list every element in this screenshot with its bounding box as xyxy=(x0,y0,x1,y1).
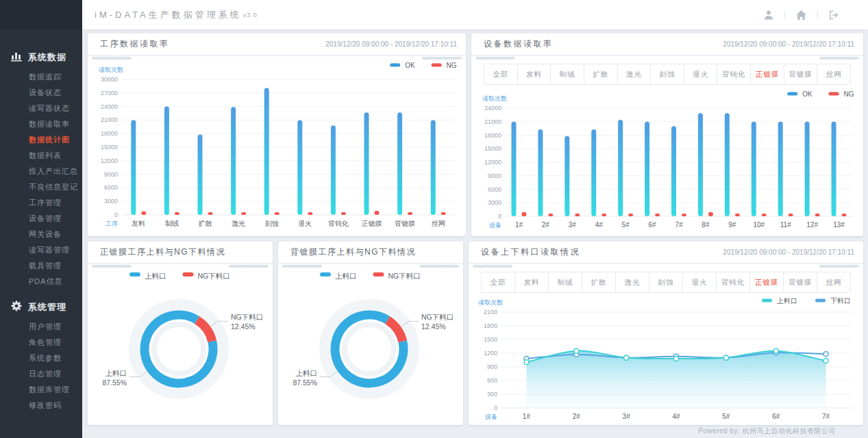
sidebar-item-角色管理[interactable]: 角色管理 xyxy=(0,335,82,350)
tab-背镀膜[interactable]: 背镀膜 xyxy=(784,64,818,84)
panel-body: 0300060009000120001500018000210002400027… xyxy=(88,56,466,236)
device-ports-line-chart: 03006009001200150018002100读取次数设备1#2#3#4#… xyxy=(469,293,863,424)
sidebar-item-载具管理[interactable]: 载具管理 xyxy=(0,258,82,274)
svg-text:12.45%: 12.45% xyxy=(421,322,446,331)
svg-text:3000: 3000 xyxy=(488,199,501,206)
svg-text:11#: 11# xyxy=(780,221,791,229)
svg-text:9000: 9000 xyxy=(488,172,501,179)
nav-section-header-system-data[interactable]: 系统数据 xyxy=(0,49,82,69)
nav-section-system-admin: 系统管理 用户管理角色管理系统参数日志管理数据库管理修改密码 xyxy=(0,298,82,413)
svg-text:1#: 1# xyxy=(515,221,523,229)
tab-背镀膜[interactable]: 背镀膜 xyxy=(784,272,817,292)
sidebar-item-读写器状态[interactable]: 读写器状态 xyxy=(0,101,82,116)
svg-text:0: 0 xyxy=(498,213,501,220)
tab-背钝化[interactable]: 背钝化 xyxy=(717,64,751,84)
svg-text:上料口: 上料口 xyxy=(145,272,166,280)
panel-period: 2019/12/20 09:00:00 - 2019/12/20 17:10:1… xyxy=(325,40,457,48)
nav-section-label: 系统管理 xyxy=(28,301,66,313)
svg-text:12000: 12000 xyxy=(484,159,501,166)
svg-text:丝网: 丝网 xyxy=(432,220,445,227)
svg-text:3#: 3# xyxy=(623,413,631,420)
tab-制绒[interactable]: 制绒 xyxy=(549,272,582,292)
sidebar-nav: 系统数据 数据追踪设备状态读写器状态数据读取率数据统计图数据列表投入产出汇总不良… xyxy=(0,29,82,416)
sidebar-item-读写器管理[interactable]: 读写器管理 xyxy=(0,242,82,258)
front-coat-donut-chart: 上料口NG下料口NG下料口12.45%上料口87.55% xyxy=(88,264,273,423)
sidebar-item-设备状态[interactable]: 设备状态 xyxy=(0,85,82,101)
tab-全部[interactable]: 全部 xyxy=(482,272,515,292)
tab-退火[interactable]: 退火 xyxy=(684,64,718,84)
tab-发料[interactable]: 发料 xyxy=(515,272,549,292)
dashboard-content: 工序数据读取率 2019/12/20 09:00:00 - 2019/12/20… xyxy=(82,29,868,438)
sidebar-item-修改密码[interactable]: 修改密码 xyxy=(0,398,82,413)
panel-back-coat-donut: 背镀膜工序上料与NG下料情况 上料口NG下料口NG下料口12.45%上料口87.… xyxy=(278,242,463,425)
back-coat-donut-chart: 上料口NG下料口NG下料口12.45%上料口87.55% xyxy=(278,264,463,423)
tab-退火[interactable]: 退火 xyxy=(683,272,717,292)
nav-items-system-admin: 用户管理角色管理系统参数日志管理数据库管理修改密码 xyxy=(0,319,82,413)
svg-text:900: 900 xyxy=(487,363,497,370)
home-icon[interactable] xyxy=(785,10,817,21)
sidebar-item-系统参数[interactable]: 系统参数 xyxy=(0,350,82,366)
svg-text:1#: 1# xyxy=(523,413,531,420)
svg-text:设备: 设备 xyxy=(489,222,501,229)
tab-正镀膜[interactable]: 正镀膜 xyxy=(750,272,784,292)
sidebar-item-日志管理[interactable]: 日志管理 xyxy=(0,366,82,382)
topbar: iM-DATA生产数据管理系统 v3.0 xyxy=(82,0,868,29)
sidebar-item-不良信息登记[interactable]: 不良信息登记 xyxy=(0,179,82,195)
tab-制绒[interactable]: 制绒 xyxy=(551,64,584,84)
sidebar-item-投入产出汇总[interactable]: 投入产出汇总 xyxy=(0,164,82,179)
svg-text:OK: OK xyxy=(802,90,813,98)
panel-process-read-rate: 工序数据读取率 2019/12/20 09:00:00 - 2019/12/20… xyxy=(88,34,466,236)
svg-text:上料口: 上料口 xyxy=(335,272,357,280)
svg-text:18000: 18000 xyxy=(484,132,501,139)
svg-text:扩散: 扩散 xyxy=(199,220,212,227)
tab-全部[interactable]: 全部 xyxy=(484,64,518,84)
panel-title: 背镀膜工序上料与NG下料情况 xyxy=(290,246,416,258)
main-area: iM-DATA生产数据管理系统 v3.0 xyxy=(82,0,868,438)
svg-text:NG下料口: NG下料口 xyxy=(421,313,454,321)
tab-扩散[interactable]: 扩散 xyxy=(584,64,618,84)
svg-text:2100: 2100 xyxy=(484,309,497,315)
user-icon[interactable] xyxy=(753,10,784,21)
svg-text:6#: 6# xyxy=(772,413,780,420)
tab-发料[interactable]: 发料 xyxy=(518,64,551,84)
sidebar-item-PDA信息[interactable]: PDA信息 xyxy=(0,274,82,289)
svg-text:87.55%: 87.55% xyxy=(102,378,127,387)
sidebar-item-设备管理[interactable]: 设备管理 xyxy=(0,211,82,227)
tab-丝网[interactable]: 丝网 xyxy=(817,272,850,292)
sidebar-item-工序管理[interactable]: 工序管理 xyxy=(0,195,82,211)
tab-丝网[interactable]: 丝网 xyxy=(817,64,850,84)
panel-header: 工序数据读取率 2019/12/20 09:00:00 - 2019/12/20… xyxy=(88,34,466,56)
tab-激光[interactable]: 激光 xyxy=(616,272,649,292)
svg-text:600: 600 xyxy=(487,377,497,384)
svg-text:2#: 2# xyxy=(542,221,550,229)
logout-icon[interactable] xyxy=(818,10,850,21)
nav-section-header-system-admin[interactable]: 系统管理 xyxy=(0,298,82,319)
sidebar-item-用户管理[interactable]: 用户管理 xyxy=(0,319,82,335)
sidebar-item-数据统计图[interactable]: 数据统计图 xyxy=(0,132,82,148)
svg-text:3#: 3# xyxy=(569,221,577,229)
tab-正镀膜[interactable]: 正镀膜 xyxy=(751,64,784,84)
sidebar-item-网关设备[interactable]: 网关设备 xyxy=(0,227,82,242)
svg-text:15000: 15000 xyxy=(101,144,118,151)
svg-text:12.45%: 12.45% xyxy=(231,322,256,331)
svg-text:1500: 1500 xyxy=(484,336,497,343)
sidebar-item-数据读取率[interactable]: 数据读取率 xyxy=(0,116,82,132)
tab-刻蚀[interactable]: 刻蚀 xyxy=(651,64,684,84)
svg-text:1800: 1800 xyxy=(484,322,497,329)
sidebar-item-数据库管理[interactable]: 数据库管理 xyxy=(0,382,82,398)
panel-period: 2019/12/20 09:00:00 - 2019/12/20 17:10:1… xyxy=(723,40,854,48)
app-root: 系统数据 数据追踪设备状态读写器状态数据读取率数据统计图数据列表投入产出汇总不良… xyxy=(0,0,868,438)
tab-扩散[interactable]: 扩散 xyxy=(582,272,616,292)
sidebar-item-数据列表[interactable]: 数据列表 xyxy=(0,148,82,164)
svg-text:24000: 24000 xyxy=(101,103,118,110)
panel-body: 全部发料制绒扩散激光刻蚀退火背钝化正镀膜背镀膜丝网 03000600090001… xyxy=(471,56,863,236)
tab-背钝化[interactable]: 背钝化 xyxy=(717,272,750,292)
svg-text:背钝化: 背钝化 xyxy=(328,220,349,227)
process-read-rate-bar-chart: 0300060009000120001500018000210002400027… xyxy=(88,56,466,233)
svg-text:15000: 15000 xyxy=(484,145,501,152)
tab-激光[interactable]: 激光 xyxy=(618,64,652,84)
sidebar-item-数据追踪[interactable]: 数据追踪 xyxy=(0,69,82,85)
svg-text:刻蚀: 刻蚀 xyxy=(265,220,279,227)
tab-刻蚀[interactable]: 刻蚀 xyxy=(649,272,683,292)
svg-text:读取次数: 读取次数 xyxy=(99,66,123,73)
